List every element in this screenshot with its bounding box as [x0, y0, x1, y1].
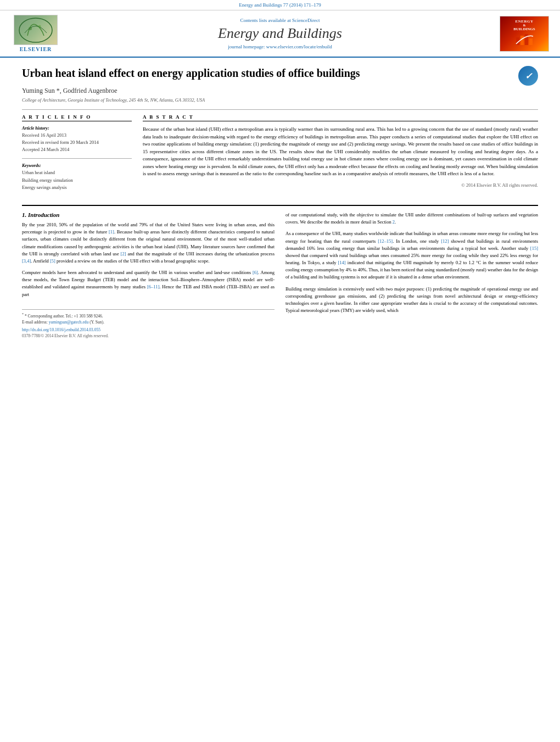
doi-text: http://dx.doi.org/10.1016/j.enbuild.2014… — [22, 327, 100, 332]
elsevier-logo-image — [14, 15, 58, 45]
history-label: Article history: — [22, 126, 132, 131]
info-divider — [22, 158, 132, 159]
doi-line[interactable]: http://dx.doi.org/10.1016/j.enbuild.2014… — [22, 327, 275, 332]
keyword-2: Building energy simulation — [22, 177, 132, 185]
info-abstract-section: A R T I C L E I N F O Article history: R… — [22, 114, 538, 197]
keywords-list: Urban heat island Building energy simula… — [22, 169, 132, 192]
elsevier-label: ELSEVIER — [20, 46, 52, 52]
crossmark-icon[interactable]: ✓ — [518, 66, 538, 86]
ref-6-11[interactable]: [6–11] — [147, 284, 159, 289]
ref-15[interactable]: [15] — [530, 246, 538, 251]
abstract-column: A B S T R A C T Because of the urban hea… — [143, 114, 538, 197]
journal-ref: Energy and Buildings 77 (2014) 171–179 — [239, 2, 321, 8]
divider-after-affiliation — [22, 109, 538, 110]
article-container: Urban heat island effect on energy appli… — [0, 58, 560, 349]
body-divider — [22, 205, 538, 206]
ref-12-15[interactable]: [12–15] — [378, 238, 393, 244]
body-left-column: 1. Introduction By the year 2010, 50% of… — [22, 211, 275, 338]
keyword-1: Urban heat island — [22, 169, 132, 177]
journal-center: Contents lists available at ScienceDirec… — [60, 18, 500, 49]
issn-line: 0378-7788/© 2014 Elsevier B.V. All right… — [22, 333, 275, 338]
copyright-line: © 2014 Elsevier B.V. All rights reserved… — [143, 182, 538, 188]
abstract-text: Because of the urban heat island (UHI) e… — [143, 126, 538, 178]
footnote-section: * * Corresponding author. Tel.: +1 303 5… — [22, 309, 275, 338]
body-para-cont: of our computational study, with the obj… — [285, 211, 538, 226]
ref-1[interactable]: [1] — [109, 229, 114, 235]
email-address[interactable]: yumingsun@gatech.edu — [49, 320, 89, 325]
top-bar: Energy and Buildings 77 (2014) 171–179 — [0, 0, 560, 10]
contents-line: Contents lists available at ScienceDirec… — [60, 18, 500, 23]
article-history: Article history: Received 16 April 2013 … — [22, 126, 132, 153]
svg-point-0 — [19, 18, 52, 42]
elsevier-logo: ELSEVIER — [11, 15, 60, 52]
body-para-3: As a consequence of the UHI, many studie… — [285, 230, 538, 281]
ref-5[interactable]: [5] — [50, 258, 55, 264]
email-suffix: (Y. Sun). — [89, 320, 104, 325]
author-names: Yuming Sun *, Godfried Augenbroe — [22, 87, 117, 94]
homepage-text: journal homepage: — [228, 44, 265, 49]
footnote-corresponding-text: * Corresponding author. Tel.: +1 303 588… — [25, 313, 103, 318]
keywords-label: Keywords: — [22, 163, 132, 168]
ref-2[interactable]: [2] — [121, 251, 126, 256]
revised-date: Received in revised form 20 March 2014 — [22, 139, 132, 146]
affiliation: College of Architecture, Georgia Institu… — [22, 97, 538, 103]
section1-heading: Introduction — [28, 211, 59, 218]
contents-text: Contents lists available at — [240, 18, 291, 23]
section1-number: 1. — [22, 211, 26, 218]
keywords-group: Keywords: Urban heat island Building ene… — [22, 163, 132, 192]
energy-buildings-logo: ENERGY & BUILDINGS — [500, 16, 549, 52]
body-para-4: Building energy simulation is extensivel… — [285, 286, 538, 315]
ref-3-4[interactable]: [3,4] — [22, 258, 31, 264]
svg-rect-4 — [520, 36, 524, 45]
accepted-date: Accepted 24 March 2014 — [22, 146, 132, 153]
article-info-column: A R T I C L E I N F O Article history: R… — [22, 114, 132, 197]
body-right-column: of our computational study, with the obj… — [285, 211, 538, 338]
body-content: 1. Introduction By the year 2010, 50% of… — [22, 211, 538, 338]
footnote-email: E-mail address: yumingsun@gatech.edu (Y.… — [22, 319, 275, 325]
ref-section2[interactable]: 2 — [393, 219, 395, 225]
received-date: Received 16 April 2013 — [22, 132, 132, 139]
email-label: E-mail address: — [22, 320, 48, 325]
article-title: Urban heat island effect on energy appli… — [22, 66, 450, 80]
journal-homepage: journal homepage: www.elsevier.com/locat… — [60, 44, 500, 49]
sciencedirect-link[interactable]: ScienceDirect — [292, 18, 320, 23]
ref-14[interactable]: [14] — [338, 260, 346, 265]
keyword-3: Energy savings analysis — [22, 184, 132, 192]
body-para-2: Computer models have been advocated to u… — [22, 269, 275, 298]
journal-title: Energy and Buildings — [60, 25, 500, 42]
footnote-corresponding: * * Corresponding author. Tel.: +1 303 5… — [22, 312, 275, 319]
section1-title: 1. Introduction — [22, 211, 275, 218]
issn-text: 0378-7788/© 2014 Elsevier B.V. All right… — [22, 333, 109, 338]
ref-12[interactable]: [12] — [441, 238, 449, 244]
article-title-section: Urban heat island effect on energy appli… — [22, 66, 538, 80]
journal-header: ELSEVIER Contents lists available at Sci… — [0, 10, 560, 58]
homepage-url[interactable]: www.elsevier.com/locate/enbuild — [266, 44, 332, 49]
ref-6[interactable]: [6] — [253, 270, 258, 275]
abstract-header: A B S T R A C T — [143, 114, 538, 121]
article-info-header: A R T I C L E I N F O — [22, 114, 132, 121]
body-para-1: By the year 2010, 50% of the population … — [22, 221, 275, 265]
svg-rect-5 — [525, 34, 528, 45]
svg-rect-6 — [529, 38, 533, 45]
authors: Yuming Sun *, Godfried Augenbroe — [22, 87, 538, 95]
